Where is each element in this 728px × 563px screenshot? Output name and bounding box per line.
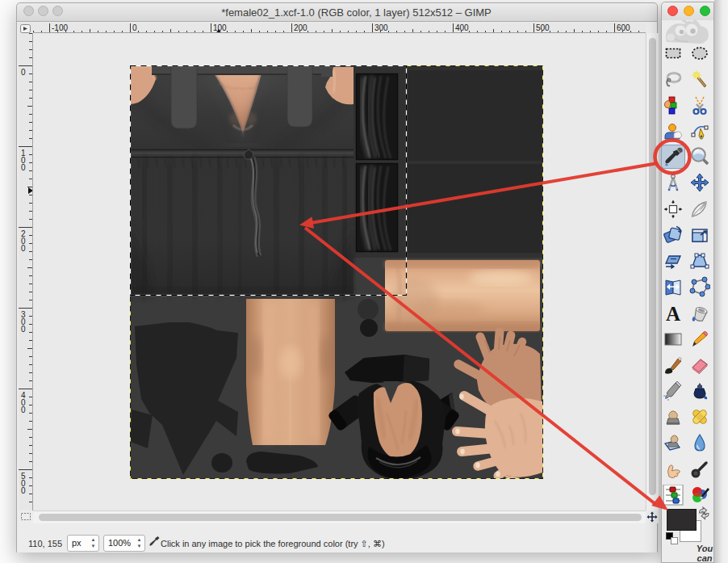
svg-text:200: 200 — [294, 23, 308, 32]
svg-text:0: 0 — [132, 23, 137, 32]
svg-text:0: 0 — [21, 486, 26, 495]
svg-text:500: 500 — [536, 23, 550, 32]
svg-text:0: 0 — [21, 405, 26, 414]
svg-text:-100: -100 — [52, 23, 68, 32]
svg-text:400: 400 — [455, 23, 469, 32]
svg-text:0: 0 — [21, 325, 26, 334]
svg-text:600: 600 — [617, 23, 630, 32]
svg-text:0: 0 — [21, 163, 26, 172]
svg-text:0: 0 — [21, 68, 26, 77]
svg-text:A: A — [666, 303, 680, 324]
svg-text:300: 300 — [374, 23, 388, 32]
svg-text:0: 0 — [21, 244, 26, 253]
